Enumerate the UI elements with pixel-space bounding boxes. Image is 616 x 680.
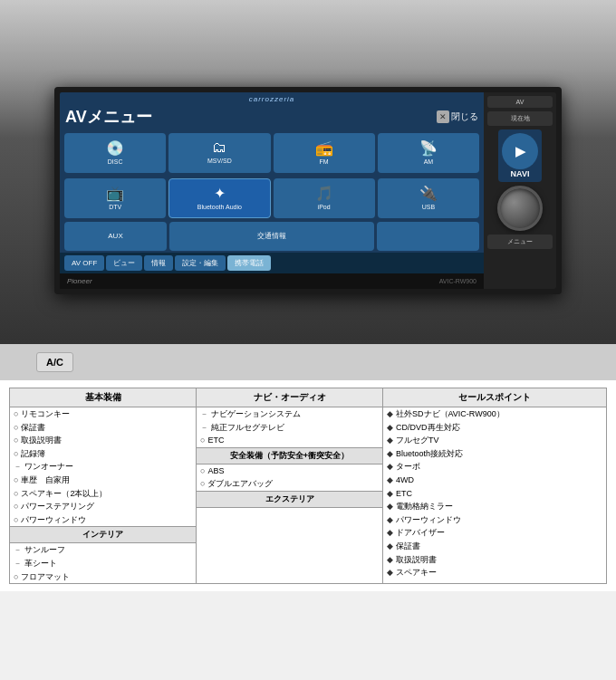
- fm-label: FM: [320, 158, 329, 166]
- bullet-record: ○: [14, 448, 18, 460]
- label-sp-dvd: CD/DVD再生対応: [396, 422, 460, 434]
- close-icon: ✕: [437, 110, 449, 123]
- ipod-label: iPod: [318, 204, 331, 211]
- bluetooth-label: Bluetooth Audio: [197, 204, 242, 211]
- stereo-unit: carrozzeria AVメニュー ✕ 閉じる 💿 DISC: [54, 87, 562, 294]
- label-manual: 取扱説明書: [21, 435, 62, 446]
- menu-item-bluetooth[interactable]: ✦ Bluetooth Audio: [168, 178, 270, 218]
- label-sp-warranty: 保証書: [396, 541, 420, 552]
- menu-grid-row2: 📺 DTV ✦ Bluetooth Audio 🎵 iPod 🔌 USB: [60, 177, 484, 222]
- label-sp-mirror: 電動格納ミラー: [396, 501, 453, 512]
- label-sp-door-visor: ドアバイザー: [396, 527, 445, 539]
- label-sp-fullseg: フルセグTV: [396, 435, 439, 446]
- bullet-floor-mat: ○: [14, 571, 18, 583]
- label-abs: ABS: [207, 465, 224, 477]
- bullet-sp-manual: ◆: [387, 554, 393, 566]
- bullet-remote: ○: [14, 408, 18, 420]
- menu-item-traffic[interactable]: 交通情報: [169, 222, 374, 251]
- bullet-sp-etc: ◆: [387, 488, 393, 500]
- volume-knob[interactable]: [497, 186, 543, 231]
- sales-item-turbo: ◆ ターボ: [383, 460, 606, 474]
- bullet-sp-door-visor: ◆: [387, 527, 393, 539]
- accessories-row: A/C: [0, 344, 616, 380]
- menu-button[interactable]: メニュー: [487, 235, 553, 249]
- menu-grid-row3: AUX 交通情報: [60, 222, 484, 253]
- sales-points-header: セールスポイント: [383, 388, 606, 407]
- menu-item-row3-right[interactable]: [377, 222, 479, 251]
- exterior-subheader: エクステリア: [197, 491, 382, 508]
- label-sunroof: サンルーフ: [24, 544, 65, 556]
- navi-item-nav: － ナビゲーションシステム: [197, 407, 382, 421]
- bullet-airbag: ○: [200, 478, 205, 490]
- label-sp-turbo: ターボ: [396, 461, 420, 473]
- interior-item-floor-mat: ○ フロアマット: [10, 570, 196, 584]
- basic-item-power-window: ○ パワーウィンドウ: [10, 513, 196, 527]
- navi-button[interactable]: ▶ NAVI: [498, 129, 542, 182]
- sales-item-dvd: ◆ CD/DVD再生対応: [383, 421, 606, 435]
- aux-label: AUX: [108, 232, 122, 241]
- label-fullseg: 純正フルセグテレビ: [211, 422, 284, 434]
- view-button[interactable]: ビュー: [106, 255, 142, 271]
- sales-item-4wd: ◆ 4WD: [383, 474, 606, 487]
- label-airbag: ダブルエアバッグ: [207, 478, 273, 490]
- usb-label: USB: [422, 204, 435, 211]
- traffic-label: 交通情報: [257, 232, 286, 241]
- phone-button[interactable]: 携帯電話: [227, 255, 271, 271]
- bullet-sp-mirror: ◆: [387, 501, 393, 512]
- label-sp-navi: 社外SDナビ（AVIC-RW900）: [396, 408, 505, 420]
- bullet-vehicle-history: ○: [14, 474, 18, 486]
- menu-item-aux[interactable]: AUX: [64, 222, 167, 251]
- label-record: 記録簿: [21, 448, 45, 460]
- label-power-steering: パワーステアリング: [21, 501, 94, 512]
- close-button[interactable]: ✕ 閉じる: [437, 110, 478, 123]
- menu-item-dtv[interactable]: 📺 DTV: [64, 178, 166, 218]
- menu-item-msv-sd[interactable]: 🗂 MSV/SD: [168, 133, 270, 173]
- bullet-manual: ○: [14, 435, 18, 446]
- bullet-abs: ○: [200, 465, 205, 477]
- current-location-button[interactable]: 現在地: [487, 111, 553, 126]
- bullet-power-window: ○: [14, 514, 18, 526]
- label-one-owner: ワンオーナー: [24, 461, 73, 473]
- menu-item-am[interactable]: 📡 AM: [378, 133, 479, 173]
- sales-item-manual: ◆ 取扱説明書: [383, 553, 606, 567]
- bullet-sp-turbo: ◆: [387, 461, 393, 473]
- sales-item-bluetooth: ◆ Bluetooth接続対応: [383, 447, 606, 461]
- menu-item-usb[interactable]: 🔌 USB: [378, 178, 479, 218]
- settings-button[interactable]: 設定・編集: [175, 255, 226, 271]
- am-label: AM: [424, 158, 434, 166]
- av-off-button[interactable]: AV OFF: [64, 255, 104, 271]
- basic-equipment-column: 基本装備 ○ リモコンキー ○ 保証書 ○ 取扱説明書 ○ 記録簿 － ワンオー…: [9, 388, 197, 584]
- bullet-sp-spare-key: ◆: [387, 567, 393, 579]
- label-sp-spare-key: スペアキー: [396, 567, 437, 579]
- screen-title-bar: AVメニュー ✕ 閉じる: [60, 104, 484, 131]
- label-sp-etc: ETC: [396, 488, 412, 500]
- navi-arrow-icon: ▶: [502, 133, 538, 169]
- right-controls-panel: AV 現在地 ▶ NAVI メニュー: [484, 92, 556, 289]
- bullet-sp-warranty: ◆: [387, 541, 393, 552]
- msv-sd-icon: 🗂: [212, 139, 226, 156]
- menu-item-fm[interactable]: 📻 FM: [274, 133, 375, 173]
- disc-icon: 💿: [106, 139, 124, 157]
- navi-audio-column: ナビ・オーディオ － ナビゲーションシステム － 純正フルセグテレビ ○ ETC…: [197, 388, 383, 584]
- car-stereo-section: carrozzeria AVメニュー ✕ 閉じる 💿 DISC: [0, 0, 616, 344]
- label-sp-manual: 取扱説明書: [396, 554, 437, 566]
- bullet-fullseg: －: [200, 422, 208, 434]
- info-section: 基本装備 ○ リモコンキー ○ 保証書 ○ 取扱説明書 ○ 記録簿 － ワンオー…: [0, 380, 616, 591]
- menu-item-ipod[interactable]: 🎵 iPod: [274, 178, 375, 218]
- sales-item-etc: ◆ ETC: [383, 487, 606, 501]
- info-button[interactable]: 情報: [144, 255, 173, 271]
- bullet-sunroof: －: [14, 544, 22, 556]
- sales-item-fullseg: ◆ フルセグTV: [383, 434, 606, 447]
- menu-item-disc[interactable]: 💿 DISC: [64, 133, 166, 173]
- screen-title: AVメニュー: [65, 106, 152, 128]
- ac-button[interactable]: A/C: [36, 352, 73, 372]
- navi-audio-header: ナビ・オーディオ: [197, 388, 382, 407]
- av-label[interactable]: AV: [487, 96, 553, 108]
- bullet-sp-navi: ◆: [387, 408, 393, 420]
- bullet-etc: ○: [200, 435, 205, 446]
- bullet-sp-fullseg: ◆: [387, 435, 393, 446]
- bullet-nav: －: [200, 408, 208, 420]
- interior-item-leather: － 革シート: [10, 557, 196, 570]
- bullet-sp-dvd: ◆: [387, 422, 393, 434]
- interior-item-sunroof: － サンルーフ: [10, 543, 196, 557]
